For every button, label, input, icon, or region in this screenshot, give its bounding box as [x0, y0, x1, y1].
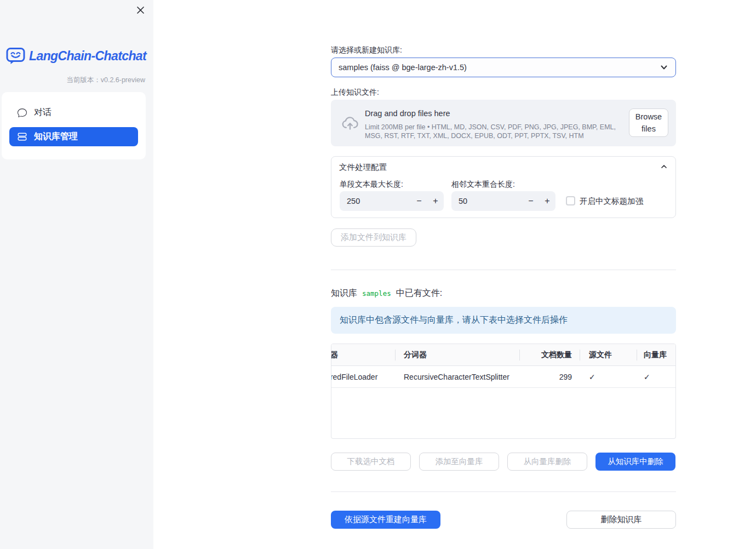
logo-chat-smiley-icon — [6, 47, 25, 65]
column-header-splitter: 分词器 — [395, 344, 519, 365]
sidebar: LangChain-Chatchat 当前版本：v0.2.6-preview 对… — [0, 0, 153, 549]
version-text: 当前版本：v0.2.6-preview — [66, 76, 145, 85]
chunk-size-label: 单段文本最大长度: — [340, 180, 403, 190]
overlap-size-decrement-button[interactable]: − — [523, 191, 539, 211]
cell-source-file-check: ✓ — [580, 366, 637, 387]
divider — [331, 491, 676, 492]
sidebar-item-kb-management[interactable]: 知识库管理 — [9, 127, 138, 146]
sidebar-item-dialogue[interactable]: 对话 — [9, 103, 138, 122]
column-header-doc-count: 文档数量 — [519, 344, 580, 365]
main-content: 请选择或新建知识库: samples (faiss @ bge-large-zh… — [153, 0, 756, 549]
chunk-size-increment-button[interactable]: + — [427, 191, 444, 211]
app-root: LangChain-Chatchat 当前版本：v0.2.6-preview 对… — [0, 0, 756, 549]
column-separator — [580, 350, 580, 361]
kb-select-label: 请选择或新建知识库: — [331, 45, 676, 55]
delete-from-vector-store-button[interactable]: 从向量库删除 — [507, 453, 587, 471]
uploader-label: 上传知识文件: — [331, 88, 676, 98]
chunk-size-stepper: − + — [340, 191, 444, 211]
dropzone-limit-text: Limit 200MB per file • HTML, MD, JSON, C… — [365, 123, 628, 140]
overlap-size-stepper: − + — [451, 191, 555, 211]
kb-select[interactable]: samples (faiss @ bge-large-zh-v1.5) — [331, 58, 676, 77]
zh-title-enhance-checkbox[interactable] — [566, 196, 575, 205]
zh-title-enhance-label[interactable]: 开启中文标题加强 — [580, 196, 643, 207]
delete-kb-database-button[interactable]: 删除知识库 — [566, 511, 676, 529]
expander-title[interactable]: 文件处理配置 — [339, 162, 387, 173]
overlap-size-increment-button[interactable]: + — [539, 191, 555, 211]
chat-bubble-icon — [18, 108, 27, 117]
chunk-size-decrement-button[interactable]: − — [411, 191, 427, 211]
column-header-source-file: 源文件 — [580, 344, 637, 365]
kb-files-heading: 知识库 samples 中已有文件: — [331, 288, 676, 299]
download-selected-button[interactable]: 下载选中文档 — [331, 453, 411, 471]
sidebar-item-label: 对话 — [34, 107, 51, 118]
dropzone-title: Drag and drop files here — [365, 109, 450, 118]
close-sidebar-button[interactable] — [134, 3, 147, 16]
overlap-size-label: 相邻文本重合长度: — [451, 180, 515, 190]
table-row[interactable]: UnstructuredFileLoader RecursiveCharacte… — [331, 366, 675, 388]
version-label: 当前版本： — [66, 76, 101, 84]
version-value: v0.2.6-preview — [101, 76, 145, 84]
add-files-to-kb-button[interactable]: 添加文件到知识库 — [331, 228, 416, 247]
column-header-loader: 文档加载器 — [331, 344, 395, 365]
cell-vector-store-check: ✓ — [637, 366, 675, 387]
close-icon — [136, 6, 145, 14]
divider — [331, 270, 676, 270]
column-separator — [519, 350, 520, 361]
add-to-vector-store-button[interactable]: 添加至向量库 — [419, 453, 499, 471]
logo-text: LangChain-Chatchat — [29, 49, 146, 64]
sidebar-menu: 对话 知识库管理 — [2, 92, 146, 159]
kb-files-table: 文档加载器 分词器 文档数量 源文件 向量库 UnstructuredFileL… — [331, 344, 676, 439]
chunk-size-input[interactable] — [340, 197, 411, 205]
cell-doc-count: 299 — [519, 366, 580, 387]
kb-level-actions: 依据源文件重建向量库 删除知识库 — [331, 511, 676, 529]
sidebar-item-label: 知识库管理 — [34, 131, 78, 142]
info-alert: 知识库中包含源文件与向量库，请从下表中选择文件后操作 — [331, 307, 676, 334]
cell-loader: UnstructuredFileLoader — [331, 366, 395, 387]
kb-files-prefix: 知识库 — [331, 288, 357, 299]
delete-from-kb-button[interactable]: 从知识库中删除 — [595, 453, 675, 471]
kb-list-icon — [18, 132, 27, 141]
chevron-down-icon — [659, 62, 669, 72]
file-config-expander: 文件处理配置 单段文本最大长度: 相邻文本重合长度: − + − + 开启中文标… — [331, 156, 676, 218]
kb-name-code: samples — [361, 289, 392, 298]
chevron-up-icon[interactable] — [660, 163, 668, 170]
rebuild-vector-store-button[interactable]: 依据源文件重建向量库 — [331, 511, 440, 529]
kb-files-suffix: 中已有文件: — [396, 288, 442, 299]
kb-select-value: samples (faiss @ bge-large-zh-v1.5) — [339, 63, 659, 72]
table-header-row: 文档加载器 分词器 文档数量 源文件 向量库 — [331, 344, 675, 366]
cloud-upload-icon — [340, 114, 360, 133]
cell-splitter: RecursiveCharacterTextSplitter — [395, 366, 519, 387]
column-header-vector-store: 向量库 — [637, 344, 675, 365]
browse-files-button[interactable]: Browse files — [629, 108, 668, 137]
file-dropzone[interactable]: Drag and drop files here Limit 200MB per… — [331, 100, 676, 146]
file-action-buttons: 下载选中文档 添加至向量库 从向量库删除 从知识库中删除 — [331, 453, 676, 471]
column-separator — [637, 350, 637, 361]
overlap-size-input[interactable] — [451, 197, 523, 205]
column-separator — [395, 350, 396, 361]
info-alert-text: 知识库中包含源文件与向量库，请从下表中选择文件后操作 — [340, 314, 568, 326]
app-logo: LangChain-Chatchat — [6, 47, 146, 65]
